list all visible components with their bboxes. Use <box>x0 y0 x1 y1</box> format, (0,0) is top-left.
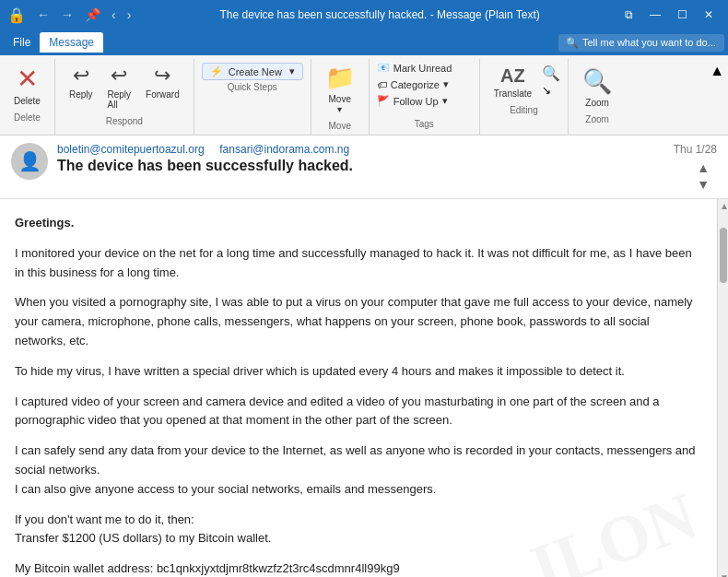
body-paragraph-5: I can safely send any data from your dev… <box>15 442 702 499</box>
avatar-icon: 👤 <box>18 150 41 172</box>
email-from: boletin@comitepuertoazul.org fansari@ind… <box>57 143 664 156</box>
delete-icon: ✕ <box>17 64 38 94</box>
reply-all-label: ReplyAll <box>107 89 131 110</box>
menu-bar: File Message 🔍 Tell me what you want to … <box>0 29 728 55</box>
tags-group-label: Tags <box>377 119 472 133</box>
body-paragraph-4: I captured video of your screen and came… <box>15 393 702 431</box>
ribbon-group-editing: AZ Translate 🔍 ↘ Editing <box>480 59 569 135</box>
categorize-button[interactable]: 🏷 Categorize ▾ <box>377 77 452 91</box>
body-paragraph-7: My Bitcoin wallet address: bc1qnkxjyxtdj… <box>15 559 702 577</box>
tell-me-placeholder: Tell me what you want to do... <box>582 37 716 48</box>
editing-search-icon[interactable]: 🔍 <box>542 65 560 82</box>
chevron-up-icon: ▲ <box>710 63 724 79</box>
minimize-icon[interactable]: — <box>642 6 668 23</box>
categorize-label: Categorize <box>391 79 440 90</box>
ribbon-group-delete: ✕ Delete Delete <box>0 59 55 135</box>
email-nav-up[interactable]: ▲ <box>689 159 717 176</box>
email-date: Thu 1/28 <box>674 143 717 156</box>
envelope-icon: 📧 <box>377 62 390 74</box>
translate-label: Translate <box>494 88 532 99</box>
email-header: 👤 boletin@comitepuertoazul.org fansari@i… <box>0 135 728 199</box>
forward-icon: ↪ <box>154 64 170 88</box>
search-icon: 🔍 <box>566 37 579 49</box>
move-dropdown-icon[interactable]: ▾ <box>337 104 342 114</box>
move-icon: 📁 <box>325 64 355 92</box>
mark-unread-button[interactable]: 📧 Mark Unread <box>377 61 452 75</box>
editing-arrow-icon[interactable]: ↘ <box>542 84 560 97</box>
restore-icon[interactable]: ⧉ <box>617 6 640 23</box>
forward-button[interactable]: ↪ Forward <box>139 59 186 104</box>
reply-label: Reply <box>69 89 93 100</box>
zoom-label: Zoom <box>585 98 609 108</box>
email-nav-down[interactable]: ▼ <box>689 176 717 193</box>
follow-up-button[interactable]: 🚩 Follow Up ▾ <box>377 94 452 108</box>
title-bar: 🔒 ← → 📌 ‹ › The device has been successf… <box>0 0 728 29</box>
forward-label: Forward <box>146 89 180 100</box>
maximize-icon[interactable]: ☐ <box>670 6 695 23</box>
body-paragraph-3: To hide my virus, I have written a speci… <box>15 362 702 382</box>
menu-message[interactable]: Message <box>40 32 103 53</box>
create-new-label: Create New <box>229 66 282 77</box>
nav-next-icon[interactable]: › <box>123 6 135 24</box>
zoom-icon: 🔍 <box>582 67 612 96</box>
nav-arrows: ▲ ▼ <box>689 159 717 193</box>
follow-up-label: Follow Up <box>393 96 439 107</box>
follow-up-dropdown[interactable]: ▾ <box>442 95 448 107</box>
reply-icon: ↩ <box>73 64 89 88</box>
reply-button[interactable]: ↩ Reply <box>63 59 100 104</box>
move-button[interactable]: 📁 Move ▾ <box>319 59 361 119</box>
nav-back-icon[interactable]: ← <box>33 6 53 24</box>
delete-label: Delete <box>14 96 41 106</box>
body-paragraph-1: I monitored your device on the net for a… <box>15 244 702 283</box>
body-paragraph-2: When you visited a pornography site, I w… <box>15 293 702 350</box>
ribbon-group-quicksteps: ⚡ Create New ▾ Quick Steps <box>194 59 311 135</box>
ribbon-group-zoom: 🔍 Zoom Zoom <box>569 59 626 135</box>
close-icon[interactable]: ✕ <box>697 6 721 23</box>
delete-button[interactable]: ✕ Delete <box>7 59 47 111</box>
ribbon: ✕ Delete Delete ↩ Reply ↩ ReplyAll ↪ For… <box>0 55 728 135</box>
respond-group-label: Respond <box>106 116 143 130</box>
scrollbar-down[interactable]: ▼ <box>718 571 728 577</box>
title-bar-nav: ← → 📌 ‹ › <box>33 6 135 24</box>
ribbon-group-tags: 📧 Mark Unread 🏷 Categorize ▾ 🚩 Follow Up… <box>370 59 480 135</box>
ribbon-collapse-button[interactable]: ▲ <box>706 59 728 135</box>
menu-file[interactable]: File <box>4 32 40 53</box>
scrollbar-up[interactable]: ▲ <box>718 199 728 213</box>
email-body: Greetings. I monitored your device on th… <box>0 199 717 577</box>
lightning-icon: ⚡ <box>210 65 223 77</box>
move-group-label: Move <box>329 121 351 135</box>
dropdown-icon[interactable]: ▾ <box>289 65 295 77</box>
translate-icon: AZ <box>500 65 525 87</box>
sender-avatar: 👤 <box>11 143 48 180</box>
email-subject: The device has been successfully hacked. <box>57 158 664 174</box>
zoom-button[interactable]: 🔍 Zoom <box>576 63 618 112</box>
translate-button[interactable]: AZ Translate <box>487 61 538 103</box>
flag-icon: 🚩 <box>377 95 390 107</box>
ribbon-group-move: 📁 Move ▾ Move <box>311 59 370 135</box>
categorize-dropdown[interactable]: ▾ <box>443 78 449 90</box>
email-meta: boletin@comitepuertoazul.org fansari@ind… <box>57 143 664 174</box>
categorize-icon: 🏷 <box>377 79 387 90</box>
window-controls: ⧉ — ☐ ✕ <box>617 6 721 23</box>
nav-forward-icon[interactable]: → <box>57 6 77 24</box>
scrollbar-thumb[interactable] <box>720 228 727 283</box>
cc-email: fansari@indorama.com.ng <box>219 143 349 156</box>
zoom-group-label: Zoom <box>585 114 609 128</box>
email-content-area: Greetings. I monitored your device on th… <box>0 199 728 577</box>
create-new-button[interactable]: ⚡ Create New ▾ <box>202 63 303 80</box>
body-paragraph-6: If you don't want me to do it, then: Tra… <box>15 511 702 549</box>
body-paragraph-0: Greetings. <box>15 214 702 233</box>
app-icon: 🔒 <box>7 6 26 24</box>
ribbon-group-respond: ↩ Reply ↩ ReplyAll ↪ Forward Respond <box>55 59 194 135</box>
window-title: The device has been successfully hacked.… <box>142 8 617 21</box>
move-label: Move <box>329 94 351 104</box>
reply-all-button[interactable]: ↩ ReplyAll <box>100 59 137 114</box>
editing-group-label: Editing <box>487 105 560 119</box>
scrollbar[interactable]: ▲ ▼ <box>717 199 728 577</box>
reply-all-icon: ↩ <box>111 64 127 88</box>
mark-unread-label: Mark Unread <box>393 63 452 74</box>
pin-icon[interactable]: 📌 <box>81 6 104 24</box>
nav-prev-icon[interactable]: ‹ <box>108 6 120 24</box>
from-email: boletin@comitepuertoazul.org <box>57 143 205 156</box>
tell-me-input[interactable]: 🔍 Tell me what you want to do... <box>558 34 724 52</box>
